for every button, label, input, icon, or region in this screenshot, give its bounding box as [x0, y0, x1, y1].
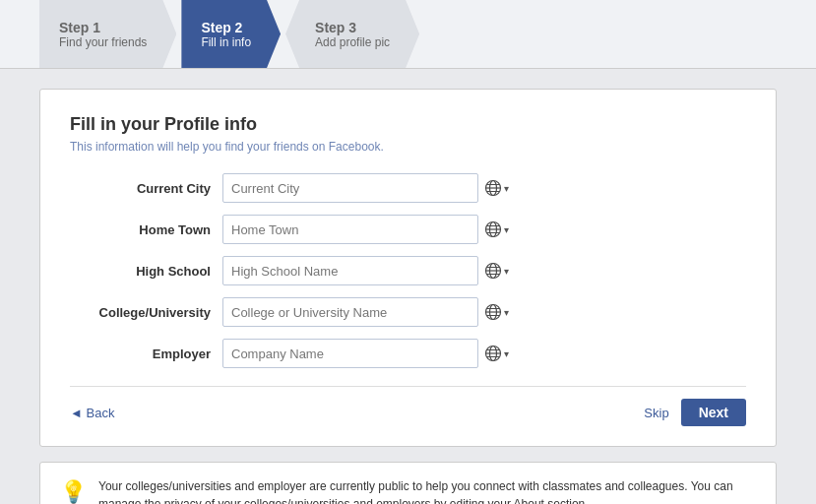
step-3[interactable]: Step 3 Add profile pic — [285, 0, 419, 68]
college-privacy[interactable]: ▾ — [484, 303, 509, 321]
privacy-arrow: ▾ — [504, 266, 509, 277]
employer-privacy[interactable]: ▾ — [484, 345, 509, 362]
current-city-label: Current City — [70, 181, 222, 196]
employer-label: Employer — [70, 346, 222, 361]
step-3-label: Add profile pic — [315, 35, 390, 49]
home-town-input[interactable] — [222, 215, 478, 244]
employer-row: Employer ▾ — [70, 339, 746, 368]
privacy-arrow: ▾ — [504, 348, 509, 359]
bulb-icon: 💡 — [60, 479, 87, 504]
step-2[interactable]: Step 2 Fill in info — [181, 0, 281, 68]
home-town-privacy[interactable]: ▾ — [484, 220, 509, 238]
high-school-privacy[interactable]: ▾ — [484, 262, 509, 280]
info-text: Your colleges/universities and employer … — [98, 477, 756, 504]
privacy-arrow: ▾ — [504, 224, 509, 235]
card-footer: ◄ Back Skip Next — [70, 386, 746, 426]
globe-icon — [484, 262, 502, 280]
footer-right: Skip Next — [644, 399, 746, 426]
current-city-row: Current City ▾ — [70, 173, 746, 203]
college-row: College/University ▾ — [70, 297, 746, 327]
step-3-num: Step 3 — [315, 20, 390, 35]
skip-button[interactable]: Skip — [644, 406, 668, 420]
next-button[interactable]: Next — [681, 399, 746, 426]
back-button[interactable]: ◄ Back — [70, 406, 114, 420]
step-1[interactable]: Step 1 Find your friends — [39, 0, 176, 68]
high-school-row: High School ▾ — [70, 256, 746, 285]
card-title: Fill in your Profile info — [70, 114, 746, 135]
profile-info-card: Fill in your Profile info This informati… — [39, 89, 777, 447]
employer-input[interactable] — [222, 339, 478, 368]
privacy-arrow: ▾ — [504, 183, 509, 194]
high-school-label: High School — [70, 264, 222, 279]
current-city-input[interactable] — [222, 173, 478, 203]
step-1-num: Step 1 — [59, 20, 147, 35]
current-city-privacy[interactable]: ▾ — [484, 179, 509, 197]
home-town-row: Home Town ▾ — [70, 215, 746, 244]
college-input[interactable] — [222, 297, 478, 327]
globe-icon — [484, 179, 502, 197]
globe-icon — [484, 220, 502, 238]
info-box: 💡 Your colleges/universities and employe… — [39, 462, 777, 504]
privacy-arrow: ▾ — [504, 307, 509, 318]
step-2-num: Step 2 — [201, 20, 251, 35]
home-town-label: Home Town — [70, 222, 222, 237]
steps-bar: Step 1 Find your friends Step 2 Fill in … — [0, 0, 816, 69]
high-school-input[interactable] — [222, 256, 478, 285]
content-wrapper: Fill in your Profile info This informati… — [0, 69, 816, 504]
step-2-label: Fill in info — [201, 35, 251, 49]
globe-icon — [484, 303, 502, 321]
globe-icon — [484, 345, 502, 362]
college-label: College/University — [70, 305, 222, 320]
card-subtitle: This information will help you find your… — [70, 140, 746, 154]
step-1-label: Find your friends — [59, 35, 147, 49]
